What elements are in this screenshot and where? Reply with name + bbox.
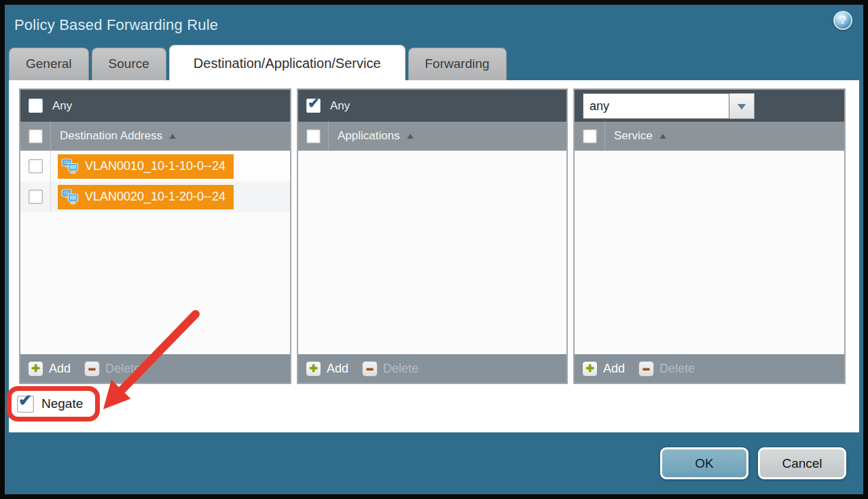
minus-icon: −	[362, 361, 378, 377]
service-panel: any ▼ Service ▲	[573, 88, 846, 384]
negate-checkbox[interactable]: ✔	[17, 396, 34, 413]
column-layout: Any Destination Address ▲	[19, 88, 849, 384]
row-checkbox-cell	[20, 151, 51, 182]
plus-icon: ✚	[306, 361, 321, 377]
dialog-footer: OK Cancel	[5, 432, 863, 494]
tab-source[interactable]: Source	[92, 48, 166, 80]
applications-toolbar: ✚ Add − Delete	[298, 354, 566, 383]
plus-icon: ✚	[28, 361, 43, 377]
applications-any-bar: ✔ Any	[298, 90, 566, 122]
minus-icon: −	[638, 361, 654, 377]
applications-column-header: Applications ▲	[298, 122, 566, 151]
destination-column-header: Destination Address ▲	[20, 122, 290, 151]
ok-button[interactable]: OK	[660, 447, 748, 479]
service-list	[575, 151, 844, 354]
sort-asc-icon[interactable]: ▲	[405, 131, 416, 141]
table-row[interactable]: VLAN0010_10-1-10-0--24	[20, 151, 290, 182]
delete-button[interactable]: − Delete	[638, 361, 695, 377]
address-object-label: VLAN0020_10-1-20-0--24	[85, 190, 225, 204]
plus-icon: ✚	[582, 361, 598, 377]
applications-list	[298, 151, 566, 354]
delete-button[interactable]: − Delete	[362, 361, 418, 377]
minus-icon: −	[84, 361, 100, 377]
network-address-icon	[61, 188, 79, 205]
applications-selectall-checkbox[interactable]	[306, 129, 321, 143]
service-dropdown: any ▼	[583, 93, 755, 119]
negate-annotation-box: ✔ Negate	[7, 386, 100, 421]
service-selectall-cell	[575, 122, 605, 150]
add-button[interactable]: ✚ Add	[306, 361, 348, 377]
address-object-chip[interactable]: VLAN0020_10-1-20-0--24	[58, 185, 234, 209]
network-address-icon	[61, 158, 79, 175]
service-header-label[interactable]: Service	[614, 129, 653, 143]
destination-address-panel: Any Destination Address ▲	[19, 88, 291, 384]
destination-selectall-checkbox[interactable]	[29, 129, 43, 143]
sort-asc-icon[interactable]: ▲	[657, 131, 668, 141]
tab-bar: General Source Destination/Application/S…	[5, 46, 863, 80]
destination-any-label: Any	[52, 99, 72, 113]
cancel-button[interactable]: Cancel	[758, 447, 846, 479]
tab-forwarding[interactable]: Forwarding	[408, 48, 507, 80]
tab-general[interactable]: General	[9, 48, 89, 80]
help-icon[interactable]: ?	[833, 11, 852, 30]
destination-toolbar: ✚ Add − Delete	[20, 354, 290, 383]
negate-label: Negate	[41, 396, 83, 411]
sort-asc-icon[interactable]: ▲	[167, 131, 178, 141]
tab-destination-application-service[interactable]: Destination/Application/Service	[169, 45, 405, 80]
check-icon: ✔	[18, 391, 32, 410]
add-button[interactable]: ✚ Add	[28, 361, 71, 377]
applications-panel: ✔ Any Applications ▲ ✚	[297, 88, 568, 384]
check-icon: ✔	[308, 95, 320, 111]
applications-selectall-cell	[298, 122, 329, 150]
service-dropdown-button[interactable]: ▼	[729, 93, 755, 119]
address-object-label: VLAN0010_10-1-10-0--24	[85, 159, 225, 173]
applications-any-label: Any	[330, 99, 350, 113]
service-dropdown-bar: any ▼	[575, 90, 844, 122]
applications-any-checkbox[interactable]: ✔	[306, 99, 321, 113]
destination-list: VLAN0010_10-1-10-0--24	[20, 151, 290, 354]
service-toolbar: ✚ Add − Delete	[575, 354, 844, 383]
row-checkbox[interactable]	[29, 190, 43, 204]
service-column-header: Service ▲	[575, 122, 844, 151]
chevron-down-icon: ▼	[735, 101, 749, 111]
destination-selectall-cell	[20, 122, 51, 150]
address-object-chip[interactable]: VLAN0010_10-1-10-0--24	[58, 154, 234, 179]
screenshot-frame: Policy Based Forwarding Rule ? General S…	[0, 0, 868, 499]
destination-any-bar: Any	[20, 90, 290, 122]
table-row[interactable]: VLAN0020_10-1-20-0--24	[20, 182, 290, 212]
policy-based-forwarding-dialog: Policy Based Forwarding Rule ? General S…	[5, 5, 863, 494]
service-selectall-checkbox[interactable]	[583, 129, 597, 143]
row-checkbox-cell	[20, 182, 51, 212]
tab-content: Any Destination Address ▲	[9, 80, 859, 432]
dialog-titlebar: Policy Based Forwarding Rule	[5, 5, 863, 46]
destination-any-checkbox[interactable]	[29, 99, 43, 113]
service-dropdown-value[interactable]: any	[583, 93, 729, 119]
add-button[interactable]: ✚ Add	[582, 361, 625, 377]
dialog-title: Policy Based Forwarding Rule	[14, 16, 218, 34]
delete-button[interactable]: − Delete	[84, 361, 141, 377]
row-checkbox[interactable]	[29, 159, 43, 173]
applications-header-label[interactable]: Applications	[338, 129, 400, 143]
destination-header-label[interactable]: Destination Address	[60, 129, 162, 143]
